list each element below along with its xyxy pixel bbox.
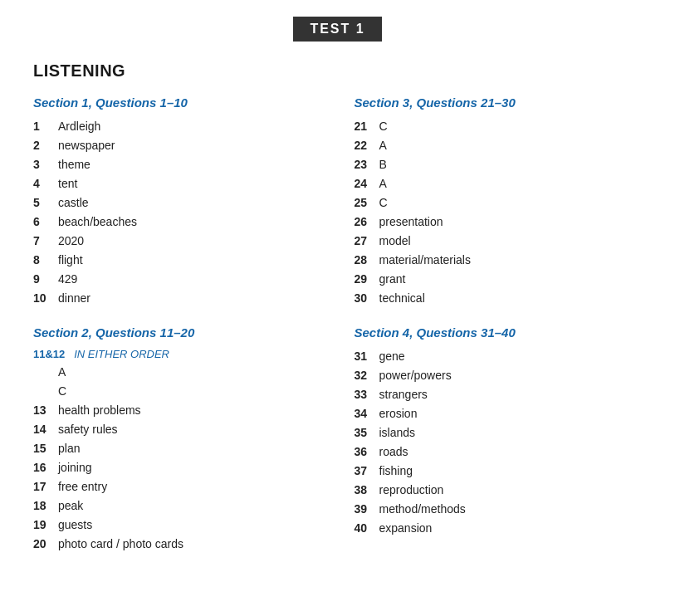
item-answer: gene — [379, 348, 405, 365]
item-number: 10 — [33, 290, 58, 307]
list-item: 36 roads — [355, 443, 643, 461]
section-2-list: 13 health problems 14 safety rules 15 pl… — [33, 402, 321, 553]
item-answer: tent — [58, 175, 77, 193]
item-answer: plan — [58, 440, 80, 457]
item-answer: dinner — [58, 290, 90, 307]
list-item: 27 model — [355, 232, 643, 250]
list-item: 25 C — [355, 194, 643, 212]
section-2-block: Section 2, Questions 11–20 11&12 IN EITH… — [33, 325, 321, 553]
item-answer: grant — [379, 271, 406, 288]
section-4-list: 31 gene 32 power/powers 33 strangers 34 … — [355, 348, 643, 537]
item-number: 7 — [33, 232, 58, 250]
either-answer-value: C — [58, 383, 66, 400]
list-item: 17 free entry — [33, 478, 321, 496]
item-number: 27 — [355, 232, 379, 250]
content-grid: Section 1, Questions 1–10 1 Ardleigh 2 n… — [33, 95, 642, 571]
either-numbers: 11&12 — [33, 348, 65, 360]
list-item: 23 B — [355, 156, 643, 174]
item-number: 3 — [33, 156, 58, 174]
item-answer: castle — [58, 194, 89, 212]
section-4-block: Section 4, Questions 31–40 31 gene 32 po… — [355, 325, 643, 537]
item-number: 24 — [355, 175, 379, 193]
either-answer-c: C — [33, 383, 321, 400]
main-heading: LISTENING — [33, 61, 642, 81]
list-item: 35 islands — [355, 424, 643, 442]
item-number: 28 — [355, 252, 379, 269]
item-answer: free entry — [58, 478, 107, 496]
item-answer: 429 — [58, 271, 77, 288]
list-item: 2 newspaper — [33, 137, 321, 154]
item-number: 18 — [33, 497, 58, 515]
item-number: 6 — [33, 213, 58, 231]
item-number: 29 — [355, 271, 379, 288]
item-answer: beach/beaches — [58, 213, 137, 231]
item-number: 26 — [355, 213, 379, 231]
list-item: 16 joining — [33, 459, 321, 477]
item-answer: guests — [58, 516, 92, 534]
item-answer: A — [379, 175, 387, 193]
section-2-heading: Section 2, Questions 11–20 — [33, 325, 321, 340]
list-item: 5 castle — [33, 194, 321, 212]
list-item: 21 C — [355, 118, 643, 135]
item-answer: fishing — [379, 462, 413, 480]
item-answer: joining — [58, 459, 91, 477]
item-number: 25 — [355, 194, 379, 212]
item-answer: A — [379, 137, 387, 154]
section-3-block: Section 3, Questions 21–30 21 C 22 A 23 … — [355, 95, 643, 307]
item-number: 21 — [355, 118, 379, 135]
item-number: 17 — [33, 478, 58, 496]
item-answer: roads — [379, 443, 408, 461]
item-number: 37 — [355, 462, 379, 480]
list-item: 28 material/materials — [355, 252, 643, 269]
section-3-list: 21 C 22 A 23 B 24 A 25 C — [355, 118, 643, 307]
item-number: 39 — [355, 501, 379, 518]
list-item: 14 safety rules — [33, 421, 321, 438]
list-item: 6 beach/beaches — [33, 213, 321, 231]
list-item: 37 fishing — [355, 462, 643, 480]
test-title: TEST 1 — [293, 17, 381, 42]
section-4-heading: Section 4, Questions 31–40 — [355, 325, 643, 340]
list-item: 26 presentation — [355, 213, 643, 231]
either-order-label: 11&12 IN EITHER ORDER — [33, 348, 321, 360]
item-answer: newspaper — [58, 137, 115, 154]
item-answer: erosion — [379, 405, 418, 423]
item-answer: theme — [58, 156, 90, 174]
list-item: 8 flight — [33, 252, 321, 269]
list-item: 4 tent — [33, 175, 321, 193]
section-1-block: Section 1, Questions 1–10 1 Ardleigh 2 n… — [33, 95, 321, 307]
item-number: 4 — [33, 175, 58, 193]
item-number: 8 — [33, 252, 58, 269]
item-answer: B — [379, 156, 387, 174]
list-item: 31 gene — [355, 348, 643, 365]
list-item: 30 technical — [355, 290, 643, 307]
item-answer: power/powers — [379, 367, 452, 384]
list-item: 3 theme — [33, 156, 321, 174]
list-item: 39 method/methods — [355, 501, 643, 518]
item-answer: 2020 — [58, 232, 84, 250]
item-number: 34 — [355, 405, 379, 423]
item-answer: health problems — [58, 402, 141, 419]
item-number: 16 — [33, 459, 58, 477]
item-answer: method/methods — [379, 501, 466, 518]
item-number: 30 — [355, 290, 379, 307]
list-item: 10 dinner — [33, 290, 321, 307]
list-item: 38 reproduction — [355, 482, 643, 499]
item-number: 1 — [33, 118, 58, 135]
list-item: 18 peak — [33, 497, 321, 515]
item-number: 36 — [355, 443, 379, 461]
list-item: 7 2020 — [33, 232, 321, 250]
item-answer: material/materials — [379, 252, 471, 269]
item-answer: safety rules — [58, 421, 118, 438]
section-3-heading: Section 3, Questions 21–30 — [355, 95, 643, 110]
item-answer: peak — [58, 497, 83, 515]
list-item: 22 A — [355, 137, 643, 154]
item-answer: photo card / photo cards — [58, 535, 183, 553]
list-item: 13 health problems — [33, 402, 321, 419]
right-column: Section 3, Questions 21–30 21 C 22 A 23 … — [355, 95, 643, 571]
item-answer: reproduction — [379, 482, 444, 499]
item-number: 15 — [33, 440, 58, 457]
left-column: Section 1, Questions 1–10 1 Ardleigh 2 n… — [33, 95, 321, 571]
list-item: 29 grant — [355, 271, 643, 288]
item-number: 20 — [33, 535, 58, 553]
item-number: 32 — [355, 367, 379, 384]
